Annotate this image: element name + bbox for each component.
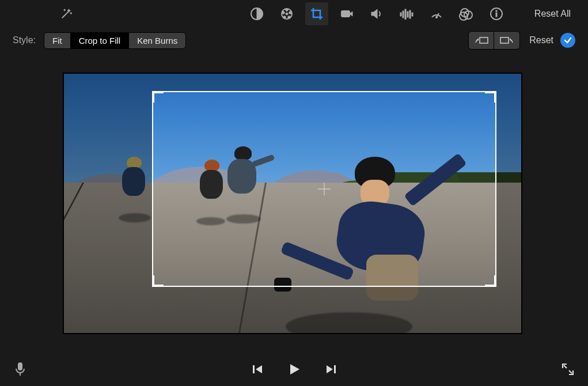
noise-equalizer-icon[interactable]: [395, 2, 418, 25]
next-frame-button[interactable]: [323, 361, 340, 378]
enhance-auto-icon[interactable]: [55, 2, 77, 25]
fullscreen-icon[interactable]: [559, 361, 576, 378]
scene-skater-1: [119, 157, 153, 226]
crop-handle-bl[interactable]: [152, 275, 164, 287]
svg-point-2: [286, 13, 288, 15]
crop-rectangle[interactable]: [153, 92, 495, 286]
svg-point-6: [283, 16, 286, 19]
volume-icon[interactable]: [365, 2, 388, 25]
speed-icon[interactable]: [425, 2, 448, 25]
svg-rect-14: [412, 13, 413, 16]
preview-viewer[interactable]: [63, 73, 522, 334]
rotate-cw-button[interactable]: [494, 32, 519, 49]
svg-rect-12: [407, 12, 408, 17]
style-segmented-control: Fit Crop to Fill Ken Burns: [44, 32, 186, 49]
crop-handle-br[interactable]: [485, 275, 496, 287]
svg-rect-25: [20, 373, 21, 376]
apply-button[interactable]: [560, 33, 575, 48]
svg-rect-21: [496, 10, 497, 12]
rotate-group: [468, 31, 520, 50]
svg-point-5: [288, 16, 291, 19]
play-button[interactable]: [286, 361, 303, 378]
style-option-ken-burns[interactable]: Ken Burns: [129, 33, 185, 48]
rotate-ccw-button[interactable]: [469, 32, 494, 49]
svg-rect-27: [334, 365, 336, 373]
svg-rect-23: [500, 37, 509, 43]
svg-rect-10: [403, 11, 404, 18]
svg-point-4: [289, 12, 292, 14]
info-icon[interactable]: [485, 2, 508, 25]
style-option-fit[interactable]: Fit: [44, 33, 71, 48]
svg-rect-24: [18, 362, 22, 370]
style-label: Style:: [13, 35, 36, 46]
svg-rect-26: [253, 365, 255, 373]
style-option-crop-to-fill[interactable]: Crop to Fill: [71, 33, 130, 48]
svg-rect-9: [400, 13, 401, 16]
svg-rect-11: [405, 9, 406, 20]
color-correction-icon[interactable]: [275, 2, 298, 25]
reset-button[interactable]: Reset: [529, 35, 553, 46]
svg-rect-8: [342, 11, 350, 17]
crop-center-crosshair: [318, 183, 331, 195]
crop-handle-tl[interactable]: [152, 91, 164, 103]
svg-rect-20: [496, 13, 497, 17]
prev-frame-button[interactable]: [249, 361, 266, 378]
stabilization-icon[interactable]: [335, 2, 358, 25]
svg-point-3: [286, 9, 289, 12]
color-balance-icon[interactable]: [245, 2, 268, 25]
svg-point-7: [282, 12, 285, 14]
voiceover-mic-icon[interactable]: [12, 361, 29, 378]
crop-icon[interactable]: [305, 2, 328, 25]
filters-icon[interactable]: [455, 2, 478, 25]
crop-handle-tr[interactable]: [485, 91, 496, 103]
reset-all-button[interactable]: Reset All: [534, 9, 571, 19]
svg-rect-13: [409, 10, 411, 18]
svg-rect-22: [480, 37, 488, 43]
